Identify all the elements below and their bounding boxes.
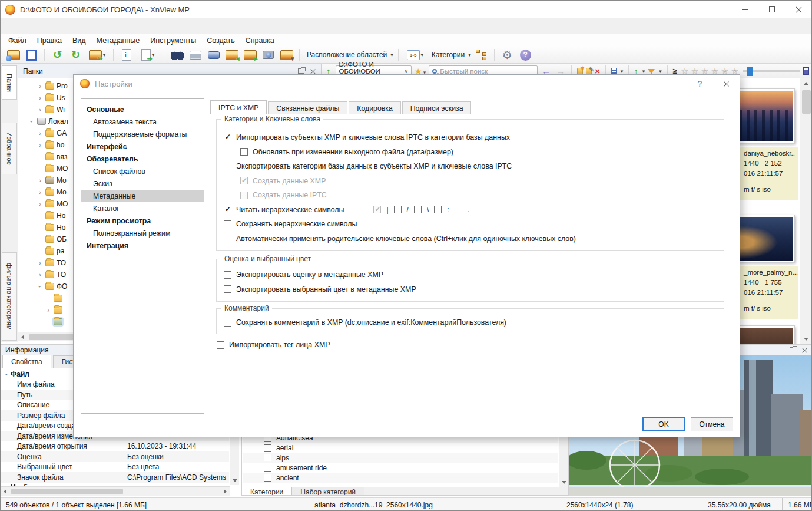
filter-button[interactable] (648, 69, 655, 74)
category-checkbox[interactable] (264, 474, 271, 482)
help-button[interactable]: ? (518, 47, 533, 62)
checkbox[interactable] (373, 206, 381, 213)
search-files-button[interactable] (169, 47, 185, 62)
menu-item[interactable]: Вид (67, 37, 91, 45)
settings-sidebar-item[interactable]: Интеграция (81, 239, 204, 252)
settings-button[interactable]: ⚙ (499, 47, 515, 62)
property-row[interactable]: Значок файла C:\Program Files\ACD System… (1, 472, 229, 483)
copy-button[interactable]: ▸ (242, 47, 258, 62)
view-mode-button[interactable] (611, 68, 617, 75)
capture-button[interactable] (260, 47, 276, 62)
checkbox[interactable] (224, 271, 231, 279)
browser-mode-button[interactable] (5, 47, 21, 62)
pages-dropdown[interactable]: 1-5 ▾ (403, 47, 427, 62)
settings-sidebar-item[interactable]: Интерфейс (81, 140, 204, 153)
settings-sidebar-item[interactable]: Режим просмотра (81, 215, 204, 227)
fullscreen-button[interactable] (24, 47, 39, 62)
expander-icon[interactable]: › (37, 271, 43, 278)
settings-sidebar-item[interactable]: Метаданные (81, 190, 204, 202)
category-row[interactable]: aerial (243, 443, 558, 453)
option-row[interactable]: Экспортировать категории базы данных в с… (217, 159, 724, 174)
dialog-titlebar[interactable]: Настройки ? (74, 75, 740, 93)
settings-sidebar-item[interactable]: Полноэкранный режим (81, 227, 204, 239)
property-row[interactable]: Выбранный цвет Без цвета (1, 462, 229, 473)
float-panel-icon[interactable] (790, 347, 796, 352)
settings-sidebar-item[interactable]: Эскиз (81, 177, 204, 190)
scrollbar-thumb[interactable] (802, 90, 811, 114)
rename-button[interactable] (586, 68, 592, 75)
expander-icon[interactable]: › (37, 141, 43, 149)
option-row[interactable]: Сохранять комментарий в XMP (dc:описание… (217, 315, 724, 330)
new-folder-button[interactable] (577, 68, 583, 75)
maximize-button[interactable] (758, 1, 786, 18)
option-row[interactable]: Сохранять иерархические символы (217, 217, 724, 232)
rotate-left-button[interactable]: ↺ (49, 47, 65, 62)
settings-sidebar-item[interactable]: Поддерживаемые форматы (81, 128, 204, 140)
print-button[interactable] (187, 47, 203, 62)
option-row[interactable]: Создать данные IPTC (217, 188, 724, 203)
move-button[interactable]: ◂ (224, 47, 240, 62)
horizontal-scrollbar[interactable] (1, 486, 230, 496)
checkbox[interactable] (224, 319, 231, 327)
option-row-face-tag[interactable]: Импортировать тег лица XMP (217, 338, 330, 352)
settings-sidebar-item[interactable]: Автозамена текста (81, 116, 204, 128)
scroll-left-icon[interactable] (4, 489, 6, 494)
expander-icon[interactable]: › (37, 259, 43, 266)
menu-item[interactable]: Файл (3, 37, 32, 45)
scroll-up-button[interactable] (801, 79, 811, 88)
dialog-help-button[interactable]: ? (687, 75, 713, 93)
checkbox[interactable] (224, 206, 231, 213)
expander-icon[interactable]: › (28, 118, 35, 124)
checkbox[interactable] (224, 134, 231, 141)
checkbox[interactable] (455, 206, 462, 213)
open-with-button[interactable]: ➜▾ (137, 47, 159, 62)
scroll-down-icon[interactable] (562, 481, 566, 484)
convert-button[interactable]: ↷▾ (86, 47, 108, 62)
expander-icon[interactable]: › (37, 189, 43, 196)
hierarchy-button[interactable] (473, 47, 489, 62)
expander-icon[interactable]: › (37, 83, 43, 90)
settings-sidebar-item[interactable]: Обозреватель (81, 153, 204, 165)
checkbox[interactable] (434, 206, 442, 213)
expander-icon[interactable]: › (37, 130, 43, 137)
settings-tab[interactable]: Кодировка (349, 101, 400, 114)
settings-tab[interactable]: Подписи эскиза (402, 101, 472, 114)
checkbox[interactable] (394, 206, 402, 213)
tab-category-sets[interactable]: Набор категорий (292, 487, 364, 496)
close-button[interactable] (786, 1, 812, 18)
expander-icon[interactable]: › (37, 106, 43, 113)
tab-categories[interactable]: Категории (242, 487, 292, 496)
checkbox[interactable] (240, 192, 248, 199)
vertical-scrollbar[interactable] (800, 78, 812, 344)
scroll-left-icon[interactable] (21, 335, 24, 339)
rotate-right-button[interactable]: ↻ (68, 47, 84, 62)
panel-layout-icon[interactable] (803, 67, 809, 75)
category-row[interactable]: amusement ride (243, 463, 558, 473)
category-checkbox[interactable] (264, 454, 271, 461)
minimize-button[interactable] (731, 1, 758, 18)
checkbox[interactable] (240, 148, 248, 156)
expander-icon[interactable]: › (37, 283, 44, 289)
scroll-right-icon[interactable] (224, 489, 227, 494)
option-row[interactable]: Экспортировать выбранный цвет в метаданн… (217, 282, 724, 297)
expander-icon[interactable]: › (37, 200, 43, 207)
scrollbar-thumb[interactable] (11, 489, 123, 494)
option-row[interactable]: Обновлять при изменении выходного файла … (217, 145, 724, 160)
option-row[interactable]: Автоматически применять родительские клю… (217, 232, 724, 246)
checkbox[interactable] (217, 341, 224, 349)
menu-item[interactable]: Создать (201, 37, 240, 45)
tab-properties[interactable]: Свойства (2, 355, 51, 368)
side-tab-favorites[interactable]: Избранное (2, 123, 17, 174)
category-checkbox[interactable] (264, 444, 271, 452)
checkbox[interactable] (240, 177, 248, 184)
acquire-button[interactable] (206, 47, 221, 62)
dialog-close-button[interactable] (713, 75, 740, 93)
expander-icon[interactable]: › (37, 177, 43, 184)
info-button[interactable]: i (118, 47, 134, 62)
settings-tab[interactable]: Связанные файлы (268, 101, 347, 114)
categories-dropdown[interactable]: Категории ▾ (429, 47, 471, 62)
image-marker-button[interactable]: ▾ (279, 47, 294, 62)
category-row[interactable]: ancient (243, 473, 558, 483)
checkbox[interactable] (414, 206, 422, 213)
option-row-hierarchy-read[interactable]: Читать иерархические символы | / \ : . (217, 203, 724, 217)
